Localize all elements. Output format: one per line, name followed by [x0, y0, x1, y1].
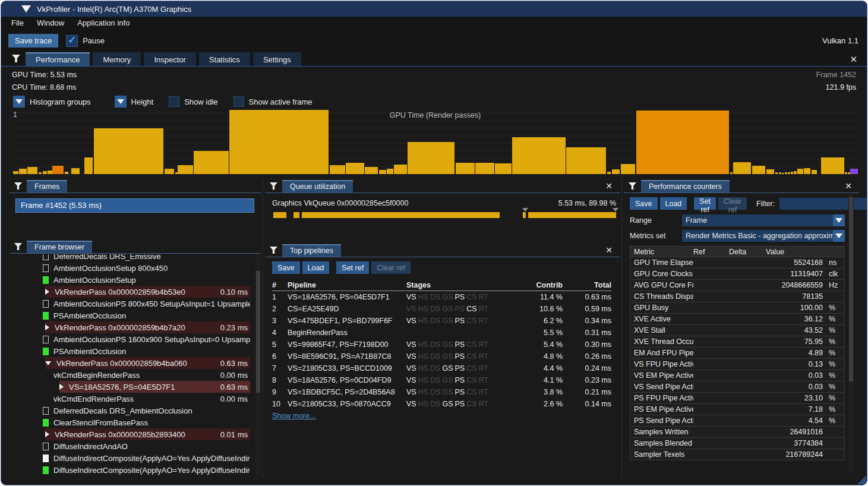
- collapse-arrow-icon[interactable]: [45, 361, 51, 365]
- metric-row[interactable]: Sampler Texels216789244: [630, 449, 845, 460]
- range-dropdown[interactable]: Frame: [682, 214, 845, 226]
- frame-browser-scrollbar[interactable]: [255, 254, 261, 474]
- close-icon[interactable]: ✕: [605, 182, 613, 190]
- histogram-bar[interactable]: [379, 170, 386, 174]
- histogram-bar[interactable]: [13, 171, 18, 174]
- histogram-bar[interactable]: [456, 163, 475, 174]
- histogram-bar[interactable]: [607, 172, 611, 174]
- metric-row[interactable]: XVE Stall43.52%: [630, 324, 845, 336]
- histogram-bar[interactable]: [178, 165, 193, 174]
- histogram-bar[interactable]: [788, 172, 790, 174]
- histogram-groups-dropdown[interactable]: [13, 96, 25, 108]
- expand-arrow-icon[interactable]: [45, 289, 49, 295]
- histogram-bar[interactable]: [779, 172, 781, 174]
- histogram-bar[interactable]: [512, 137, 566, 174]
- histogram-bar[interactable]: [39, 172, 42, 174]
- show-more-link[interactable]: Show more...: [272, 412, 316, 420]
- metric-row[interactable]: XVE Active36.12%: [630, 313, 845, 325]
- histogram-bar[interactable]: [566, 147, 606, 174]
- metric-row[interactable]: PS EM Pipe Active7.18%: [630, 403, 845, 415]
- tree-row[interactable]: AmbientOcclusionSetup 800x450: [43, 262, 250, 274]
- histogram-bar[interactable]: [394, 165, 407, 174]
- metrics-set-dropdown[interactable]: Render Metrics Basic - aggregation appro…: [682, 230, 845, 242]
- scrollbar-thumb[interactable]: [849, 197, 853, 381]
- histogram-bar[interactable]: [730, 172, 733, 174]
- histogram-bar[interactable]: [821, 157, 844, 174]
- metric-row[interactable]: GPU Busy100.00%: [630, 302, 845, 314]
- histogram-bar[interactable]: [475, 163, 494, 174]
- histogram-bar[interactable]: [775, 172, 778, 174]
- tab-inspector[interactable]: Inspector: [144, 52, 195, 66]
- metric-row[interactable]: AVG GPU Core Frequency2048666559Hz: [630, 279, 845, 291]
- metric-row[interactable]: VS FPU Pipe Active0.13%: [630, 358, 845, 370]
- histogram-bar[interactable]: [43, 171, 47, 174]
- tree-row[interactable]: VkRenderPass 0x00000285b28934000.01 ms: [45, 428, 250, 440]
- tab-memory[interactable]: Memory: [93, 52, 141, 66]
- tree-row[interactable]: vkCmdEndRenderPass0.00 ms: [53, 393, 250, 405]
- histogram-bar[interactable]: [330, 165, 345, 174]
- histogram-bar[interactable]: [845, 172, 847, 174]
- expand-arrow-icon[interactable]: [45, 324, 49, 330]
- tab-frame-browser[interactable]: Frame browser: [27, 241, 92, 253]
- histogram-bar[interactable]: [621, 164, 635, 174]
- metric-row[interactable]: GPU Core Clocks11319407clk: [630, 268, 845, 280]
- metric-row[interactable]: VS EM Pipe Active0.03%: [630, 370, 845, 381]
- tree-row[interactable]: DiffuseIndirectAndAO: [43, 440, 250, 452]
- tree-row[interactable]: PSAmbientOcclusion: [43, 345, 250, 357]
- pause-checkbox[interactable]: ✓: [66, 35, 78, 47]
- save-trace-button[interactable]: Save trace: [8, 34, 58, 48]
- pipeline-row[interactable]: 7VS=21805C33, PS=BCCD1009VSHSDSGSPSCSRT4…: [272, 362, 611, 374]
- metric-row[interactable]: Samples Written26491016: [630, 426, 845, 438]
- menu-file[interactable]: File: [5, 17, 30, 30]
- pipeline-row[interactable]: 10VS=21805C33, PS=0870ACC9VSHSDSGSPSCSRT…: [272, 398, 611, 410]
- histogram-bar[interactable]: [408, 142, 454, 174]
- filter-icon[interactable]: [629, 182, 636, 190]
- histogram-bar[interactable]: [733, 162, 751, 174]
- scrollbar-thumb[interactable]: [256, 271, 260, 393]
- tree-row[interactable]: PSAmbientOcclusion: [43, 310, 250, 321]
- histogram-bar[interactable]: [766, 169, 774, 174]
- metric-row[interactable]: Samples Blended3774384: [630, 437, 845, 449]
- pipelines-clear-ref-button[interactable]: Clear ref: [371, 261, 411, 274]
- filter-icon[interactable]: [12, 55, 20, 62]
- histogram-bar[interactable]: [346, 163, 364, 174]
- histogram-bar[interactable]: [495, 163, 512, 174]
- tree-row[interactable]: DiffuseIndirectComposite(ApplyAO=Yes App…: [43, 452, 250, 464]
- metric-row[interactable]: CS Threads Dispatched78135: [630, 291, 845, 302]
- title-bar[interactable]: VkProfiler - Intel(R) Arc(TM) A370M Grap…: [1, 1, 867, 17]
- expand-arrow-icon[interactable]: [45, 431, 49, 437]
- histogram-bar[interactable]: [165, 169, 174, 174]
- height-dropdown[interactable]: [115, 96, 127, 108]
- metric-row[interactable]: XVE Thread Occupancy75.95%: [630, 336, 845, 348]
- histogram-bar[interactable]: [365, 167, 378, 174]
- tab-queue-utilization[interactable]: Queue utilization: [282, 180, 353, 192]
- pipeline-row[interactable]: 3VS=475BDEF1, PS=BD799F6FVSHSDSGSPSCSRT6…: [272, 315, 611, 327]
- filter-icon[interactable]: [270, 182, 277, 190]
- histogram-bar[interactable]: [52, 166, 64, 174]
- filter-icon[interactable]: [14, 182, 22, 190]
- metric-row[interactable]: GPU Time Elapsed5524168ns: [630, 257, 845, 269]
- counters-load-button[interactable]: Load: [660, 197, 687, 210]
- resize-grip[interactable]: [857, 475, 866, 484]
- show-active-frame-checkbox[interactable]: [233, 96, 244, 107]
- counters-clear-ref-button[interactable]: Clear ref: [718, 197, 747, 210]
- histogram-bar[interactable]: [65, 172, 68, 174]
- metric-row[interactable]: PS FPU Pipe Active23.10%: [630, 392, 845, 404]
- tree-row[interactable]: ClearStencilFromBasePass: [43, 416, 250, 428]
- tree-row[interactable]: AmbientOcclusionPS 1600x900 SetupAsInput…: [43, 333, 250, 345]
- counters-set-ref-button[interactable]: Set ref: [694, 197, 716, 210]
- tree-row[interactable]: VkRenderPass 0x000002859b4ba0600.63 ms: [45, 357, 250, 369]
- close-icon[interactable]: ✕: [605, 246, 613, 254]
- pipeline-row[interactable]: 4BeginRenderPass5.5 %0.31 ms: [272, 327, 611, 339]
- histogram-bar[interactable]: [782, 173, 784, 174]
- histogram-bar[interactable]: [94, 128, 163, 174]
- histogram-bar[interactable]: [48, 171, 52, 174]
- histogram-bar[interactable]: [785, 172, 787, 174]
- histogram-bar[interactable]: [19, 169, 27, 174]
- pipeline-row[interactable]: 9VS=1BDBCF5C, PS=2D4B56A8VSHSDSGSPSCSRT3…: [272, 386, 611, 398]
- histogram-bar[interactable]: [194, 151, 229, 174]
- histogram-bar[interactable]: [636, 111, 729, 174]
- metric-row[interactable]: PS Send Pipe Active4.54%: [630, 415, 845, 427]
- pipelines-set-ref-button[interactable]: Set ref: [336, 261, 369, 274]
- histogram-bar[interactable]: [27, 167, 37, 174]
